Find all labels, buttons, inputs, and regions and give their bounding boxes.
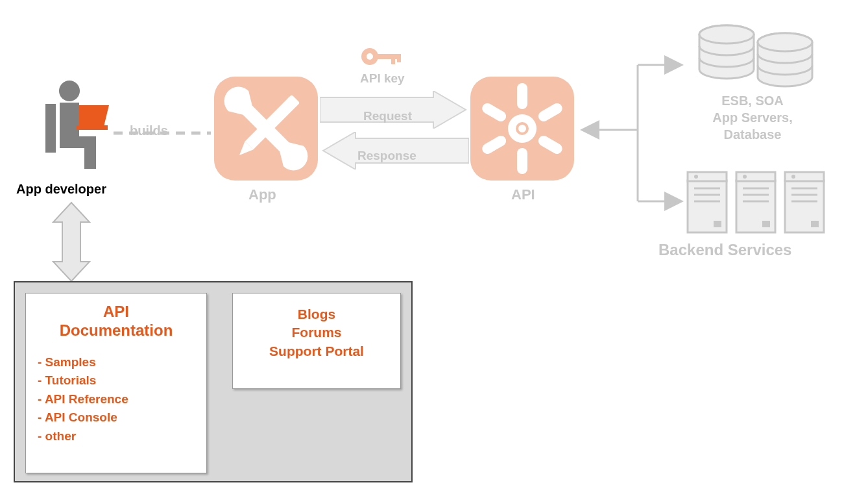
api-icon [470, 77, 574, 181]
doc-item-tutorials: - Tutorials [38, 371, 195, 390]
backend-line2: App Servers, [712, 110, 792, 125]
developer-label: App developer [16, 182, 106, 197]
backend-top-label: ESB, SOA App Servers, Database [681, 92, 824, 143]
response-label: Response [357, 149, 416, 163]
doc-item-samples: - Samples [38, 353, 195, 372]
svg-point-19 [508, 114, 536, 143]
svg-rect-15 [397, 54, 401, 62]
builds-label: builds [130, 123, 168, 138]
doc-list: - Samples - Tutorials - API Reference - … [38, 353, 195, 446]
doc-title-line2: Documentation [60, 321, 173, 339]
app-label: App [248, 186, 276, 203]
developer-icon [32, 78, 117, 175]
svg-rect-1 [84, 148, 96, 169]
app-icon [214, 77, 318, 181]
api-documentation-card: API Documentation - Samples - Tutorials … [25, 293, 207, 473]
developer-docs-arrow [52, 201, 91, 282]
svg-point-42 [743, 175, 747, 179]
svg-marker-54 [53, 203, 90, 281]
community-forums: Forums [245, 323, 389, 342]
svg-point-12 [367, 53, 373, 60]
backend-connector-lines [576, 45, 693, 214]
doc-item-api-console: - API Console [38, 408, 195, 427]
doc-title: API Documentation [38, 303, 195, 340]
svg-rect-48 [785, 172, 824, 181]
svg-point-35 [694, 175, 698, 179]
svg-rect-14 [391, 54, 395, 64]
community-lines: Blogs Forums Support Portal [245, 305, 389, 360]
svg-rect-46 [762, 221, 770, 227]
doc-item-api-reference: - API Reference [38, 390, 195, 409]
svg-rect-21 [517, 83, 527, 109]
svg-point-30 [699, 25, 754, 44]
community-support: Support Portal [245, 342, 389, 360]
svg-rect-39 [714, 221, 721, 227]
api-label: API [511, 186, 535, 203]
backend-line3: Database [724, 127, 782, 142]
database-icon [694, 23, 824, 91]
community-blogs: Blogs [245, 305, 389, 323]
request-label: Request [363, 109, 412, 123]
doc-title-line1: API [103, 303, 129, 320]
api-architecture-diagram: App developer builds App API key Request [0, 0, 868, 500]
svg-rect-4 [77, 125, 108, 130]
svg-rect-34 [688, 172, 727, 181]
community-card: Blogs Forums Support Portal [232, 293, 401, 389]
servers-icon [684, 169, 830, 240]
documentation-container: API Documentation - Samples - Tutorials … [14, 281, 413, 482]
svg-point-0 [59, 81, 80, 101]
key-icon [360, 42, 405, 71]
backend-line1: ESB, SOA [721, 94, 784, 108]
svg-rect-53 [811, 221, 819, 227]
backend-services-label: Backend Services [658, 241, 791, 259]
api-key-label: API key [360, 71, 405, 86]
svg-rect-2 [45, 104, 56, 153]
svg-rect-41 [736, 172, 775, 181]
svg-point-32 [758, 33, 812, 51]
svg-rect-24 [517, 148, 527, 174]
doc-item-other: - other [38, 427, 195, 446]
svg-point-49 [791, 175, 795, 179]
